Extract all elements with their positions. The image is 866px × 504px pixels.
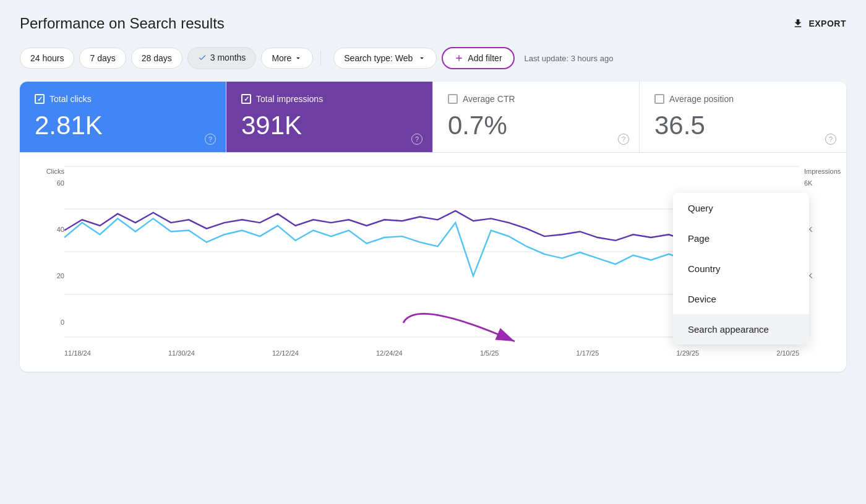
metric-total-clicks: Total clicks 2.81K ? (20, 82, 226, 153)
filter-28days[interactable]: 28 days (131, 48, 182, 69)
y-tick-6k: 6K (804, 180, 812, 187)
chevron-down-icon (294, 54, 302, 62)
position-value: 36.5 (654, 111, 831, 140)
x-label-6: 1/29/25 (676, 349, 699, 357)
x-label-5: 1/17/25 (577, 349, 599, 357)
plus-icon (454, 53, 464, 63)
y-axis-left: Clicks 60 40 20 0 (35, 163, 64, 357)
position-checkbox[interactable] (654, 94, 664, 104)
chevron-down-icon-2 (418, 54, 426, 62)
position-help-icon[interactable]: ? (825, 134, 836, 145)
clicks-value: 2.81K (35, 111, 211, 140)
metric-header-ctr: Average CTR (448, 94, 624, 104)
impressions-checkbox[interactable] (241, 94, 251, 104)
filter-bar: 24 hours 7 days 28 days 3 months More Se… (20, 47, 846, 69)
divider (320, 51, 321, 66)
y-tick-20: 20 (57, 273, 64, 280)
clicks-help-icon[interactable]: ? (205, 134, 216, 145)
ctr-value: 0.7% (448, 111, 624, 140)
filter-7days[interactable]: 7 days (79, 48, 126, 69)
last-update-text: Last update: 3 hours ago (525, 54, 614, 63)
ctr-checkbox[interactable] (448, 94, 458, 104)
filter-more[interactable]: More (261, 48, 313, 69)
page-title: Performance on Search results (20, 15, 225, 32)
x-label-0: 11/18/24 (64, 349, 91, 357)
impressions-help-icon[interactable]: ? (411, 134, 422, 145)
filter-24hours[interactable]: 24 hours (20, 48, 74, 69)
filter-option-country[interactable]: Country (673, 254, 809, 284)
metric-average-position: Average position 36.5 ? (640, 82, 846, 153)
page-header: Performance on Search results EXPORT (20, 15, 846, 32)
x-label-2: 12/12/24 (272, 349, 299, 357)
export-button[interactable]: EXPORT (792, 18, 846, 29)
export-icon (792, 18, 804, 29)
ctr-help-icon[interactable]: ? (618, 134, 629, 145)
x-label-4: 1/5/25 (480, 349, 499, 357)
metrics-row: Total clicks 2.81K ? Total impressions 3… (20, 82, 846, 153)
clicks-checkbox[interactable] (35, 94, 45, 104)
main-card: Total clicks 2.81K ? Total impressions 3… (20, 82, 846, 372)
add-filter-button[interactable]: Add filter (442, 47, 514, 69)
metric-header-clicks: Total clicks (35, 94, 211, 104)
filter-option-device[interactable]: Device (673, 284, 809, 314)
metric-total-impressions: Total impressions 391K ? (226, 82, 433, 153)
x-label-1: 11/30/24 (168, 349, 195, 357)
y-tick-40: 40 (57, 226, 64, 233)
x-label-7: 2/10/25 (776, 349, 799, 357)
filter-option-query[interactable]: Query (673, 193, 809, 223)
filter-option-search-appearance[interactable]: Search appearance (673, 314, 809, 344)
metric-header-impressions: Total impressions (241, 94, 418, 104)
y-tick-60: 60 (57, 180, 64, 187)
filter-3months[interactable]: 3 months (187, 47, 257, 69)
filter-option-page[interactable]: Page (673, 223, 809, 254)
add-filter-dropdown: Query Page Country Device Search appeara… (673, 193, 809, 344)
x-label-3: 12/24/24 (376, 349, 403, 357)
check-icon (198, 53, 207, 62)
metric-average-ctr: Average CTR 0.7% ? (433, 82, 640, 153)
impressions-value: 391K (241, 111, 418, 140)
metric-header-position: Average position (654, 94, 831, 104)
y-label-left: Clicks (46, 168, 64, 175)
x-axis-labels: 11/18/24 11/30/24 12/12/24 12/24/24 1/5/… (64, 344, 799, 357)
search-type-filter[interactable]: Search type: Web (333, 48, 437, 69)
y-label-right: Impressions (804, 168, 841, 175)
